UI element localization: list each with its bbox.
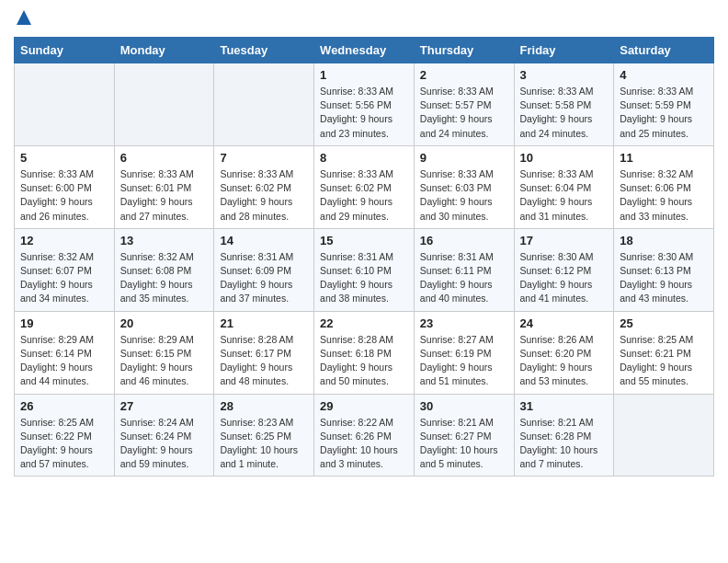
day-cell: 1Sunrise: 8:33 AM Sunset: 5:56 PM Daylig… <box>314 63 415 146</box>
day-number: 25 <box>620 316 708 330</box>
day-cell: 11Sunrise: 8:32 AM Sunset: 6:06 PM Dayli… <box>614 145 714 228</box>
day-number: 21 <box>220 316 308 330</box>
day-info: Sunrise: 8:32 AM Sunset: 6:08 PM Dayligh… <box>120 250 209 306</box>
day-number: 5 <box>20 151 108 165</box>
day-info: Sunrise: 8:22 AM Sunset: 6:26 PM Dayligh… <box>320 416 408 472</box>
day-cell: 23Sunrise: 8:27 AM Sunset: 6:19 PM Dayli… <box>414 311 514 394</box>
day-cell: 6Sunrise: 8:33 AM Sunset: 6:01 PM Daylig… <box>114 145 214 228</box>
day-number: 7 <box>220 151 308 165</box>
day-number: 8 <box>320 151 408 165</box>
day-info: Sunrise: 8:27 AM Sunset: 6:19 PM Dayligh… <box>420 333 508 389</box>
day-number: 23 <box>420 316 508 330</box>
day-info: Sunrise: 8:32 AM Sunset: 6:06 PM Dayligh… <box>620 167 708 224</box>
day-info: Sunrise: 8:24 AM Sunset: 6:24 PM Dayligh… <box>120 416 209 472</box>
weekday-header-sunday: Sunday <box>15 38 115 63</box>
day-cell: 26Sunrise: 8:25 AM Sunset: 6:22 PM Dayli… <box>15 394 115 477</box>
day-number: 6 <box>120 151 209 165</box>
day-info: Sunrise: 8:25 AM Sunset: 6:22 PM Dayligh… <box>20 416 108 472</box>
day-number: 16 <box>420 234 508 247</box>
day-number: 4 <box>620 68 708 82</box>
day-cell: 17Sunrise: 8:30 AM Sunset: 6:12 PM Dayli… <box>514 228 614 311</box>
day-cell <box>214 63 314 146</box>
day-cell: 19Sunrise: 8:29 AM Sunset: 6:14 PM Dayli… <box>15 311 115 394</box>
day-info: Sunrise: 8:29 AM Sunset: 6:15 PM Dayligh… <box>120 333 209 389</box>
day-cell: 12Sunrise: 8:32 AM Sunset: 6:07 PM Dayli… <box>15 228 115 311</box>
day-cell: 16Sunrise: 8:31 AM Sunset: 6:11 PM Dayli… <box>414 228 514 311</box>
day-cell: 20Sunrise: 8:29 AM Sunset: 6:15 PM Dayli… <box>114 311 214 394</box>
day-cell <box>15 63 115 146</box>
day-number: 24 <box>520 316 609 330</box>
weekday-header-saturday: Saturday <box>614 38 714 63</box>
day-cell: 18Sunrise: 8:30 AM Sunset: 6:13 PM Dayli… <box>614 228 714 311</box>
day-info: Sunrise: 8:31 AM Sunset: 6:11 PM Dayligh… <box>420 250 508 306</box>
day-cell: 15Sunrise: 8:31 AM Sunset: 6:10 PM Dayli… <box>314 228 415 311</box>
week-row-5: 26Sunrise: 8:25 AM Sunset: 6:22 PM Dayli… <box>15 394 714 477</box>
week-row-2: 5Sunrise: 8:33 AM Sunset: 6:00 PM Daylig… <box>15 145 714 228</box>
day-cell: 3Sunrise: 8:33 AM Sunset: 5:58 PM Daylig… <box>514 63 614 146</box>
weekday-header-wednesday: Wednesday <box>314 38 415 63</box>
day-cell: 7Sunrise: 8:33 AM Sunset: 6:02 PM Daylig… <box>214 145 314 228</box>
day-cell: 10Sunrise: 8:33 AM Sunset: 6:04 PM Dayli… <box>514 145 614 228</box>
day-number: 30 <box>420 399 508 413</box>
svg-marker-0 <box>17 10 31 25</box>
day-cell: 31Sunrise: 8:21 AM Sunset: 6:28 PM Dayli… <box>514 394 614 477</box>
page: SundayMondayTuesdayWednesdayThursdayFrid… <box>0 0 728 490</box>
calendar-table: SundayMondayTuesdayWednesdayThursdayFrid… <box>14 37 714 477</box>
day-cell: 13Sunrise: 8:32 AM Sunset: 6:08 PM Dayli… <box>114 228 214 311</box>
day-number: 17 <box>520 234 609 247</box>
logo-icon <box>16 9 32 26</box>
day-number: 11 <box>620 151 708 165</box>
day-info: Sunrise: 8:33 AM Sunset: 6:02 PM Dayligh… <box>320 167 408 224</box>
day-info: Sunrise: 8:29 AM Sunset: 6:14 PM Dayligh… <box>20 333 108 389</box>
day-number: 10 <box>520 151 609 165</box>
day-info: Sunrise: 8:33 AM Sunset: 5:59 PM Dayligh… <box>620 85 708 141</box>
weekday-header-tuesday: Tuesday <box>214 38 314 63</box>
day-number: 1 <box>320 68 408 82</box>
day-cell: 28Sunrise: 8:23 AM Sunset: 6:25 PM Dayli… <box>214 394 314 477</box>
day-number: 29 <box>320 399 408 413</box>
day-number: 9 <box>420 151 508 165</box>
day-info: Sunrise: 8:33 AM Sunset: 6:04 PM Dayligh… <box>520 167 609 224</box>
day-cell: 21Sunrise: 8:28 AM Sunset: 6:17 PM Dayli… <box>214 311 314 394</box>
day-info: Sunrise: 8:30 AM Sunset: 6:12 PM Dayligh… <box>520 250 609 306</box>
day-cell: 5Sunrise: 8:33 AM Sunset: 6:00 PM Daylig… <box>15 145 115 228</box>
day-info: Sunrise: 8:33 AM Sunset: 6:03 PM Dayligh… <box>420 167 508 224</box>
day-number: 3 <box>520 68 609 82</box>
day-cell: 8Sunrise: 8:33 AM Sunset: 6:02 PM Daylig… <box>314 145 415 228</box>
day-number: 15 <box>320 234 408 247</box>
day-number: 18 <box>620 234 708 247</box>
day-cell <box>614 394 714 477</box>
day-cell: 14Sunrise: 8:31 AM Sunset: 6:09 PM Dayli… <box>214 228 314 311</box>
day-number: 2 <box>420 68 508 82</box>
day-number: 31 <box>520 399 609 413</box>
weekday-header-row: SundayMondayTuesdayWednesdayThursdayFrid… <box>15 38 714 63</box>
day-info: Sunrise: 8:21 AM Sunset: 6:28 PM Dayligh… <box>520 416 609 472</box>
day-cell: 4Sunrise: 8:33 AM Sunset: 5:59 PM Daylig… <box>614 63 714 146</box>
day-info: Sunrise: 8:25 AM Sunset: 6:21 PM Dayligh… <box>620 333 708 389</box>
day-cell <box>114 63 214 146</box>
day-info: Sunrise: 8:32 AM Sunset: 6:07 PM Dayligh… <box>20 250 108 306</box>
day-cell: 30Sunrise: 8:21 AM Sunset: 6:27 PM Dayli… <box>414 394 514 477</box>
day-info: Sunrise: 8:21 AM Sunset: 6:27 PM Dayligh… <box>420 416 508 472</box>
day-info: Sunrise: 8:33 AM Sunset: 6:02 PM Dayligh… <box>220 167 308 224</box>
day-info: Sunrise: 8:31 AM Sunset: 6:09 PM Dayligh… <box>220 250 308 306</box>
week-row-4: 19Sunrise: 8:29 AM Sunset: 6:14 PM Dayli… <box>15 311 714 394</box>
day-info: Sunrise: 8:33 AM Sunset: 5:56 PM Dayligh… <box>320 85 408 141</box>
day-cell: 25Sunrise: 8:25 AM Sunset: 6:21 PM Dayli… <box>614 311 714 394</box>
day-info: Sunrise: 8:33 AM Sunset: 6:01 PM Dayligh… <box>120 167 209 224</box>
day-info: Sunrise: 8:33 AM Sunset: 5:57 PM Dayligh… <box>420 85 508 141</box>
day-cell: 24Sunrise: 8:26 AM Sunset: 6:20 PM Dayli… <box>514 311 614 394</box>
day-info: Sunrise: 8:30 AM Sunset: 6:13 PM Dayligh… <box>620 250 708 306</box>
day-cell: 2Sunrise: 8:33 AM Sunset: 5:57 PM Daylig… <box>414 63 514 146</box>
day-info: Sunrise: 8:33 AM Sunset: 5:58 PM Dayligh… <box>520 85 609 141</box>
week-row-1: 1Sunrise: 8:33 AM Sunset: 5:56 PM Daylig… <box>15 63 714 146</box>
day-info: Sunrise: 8:33 AM Sunset: 6:00 PM Dayligh… <box>20 167 108 224</box>
day-number: 13 <box>120 234 209 247</box>
day-number: 28 <box>220 399 308 413</box>
day-info: Sunrise: 8:28 AM Sunset: 6:18 PM Dayligh… <box>320 333 408 389</box>
weekday-header-monday: Monday <box>114 38 214 63</box>
day-info: Sunrise: 8:23 AM Sunset: 6:25 PM Dayligh… <box>220 416 308 472</box>
day-number: 12 <box>20 234 108 247</box>
day-number: 19 <box>20 316 108 330</box>
day-number: 22 <box>320 316 408 330</box>
